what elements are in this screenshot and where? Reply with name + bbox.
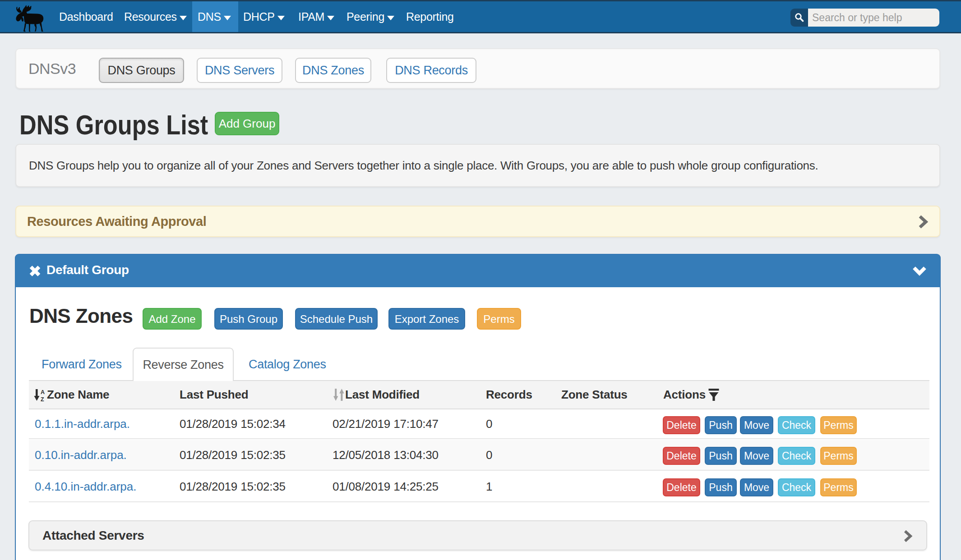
svg-text:Z: Z xyxy=(41,396,44,402)
svg-text:A: A xyxy=(41,389,45,395)
